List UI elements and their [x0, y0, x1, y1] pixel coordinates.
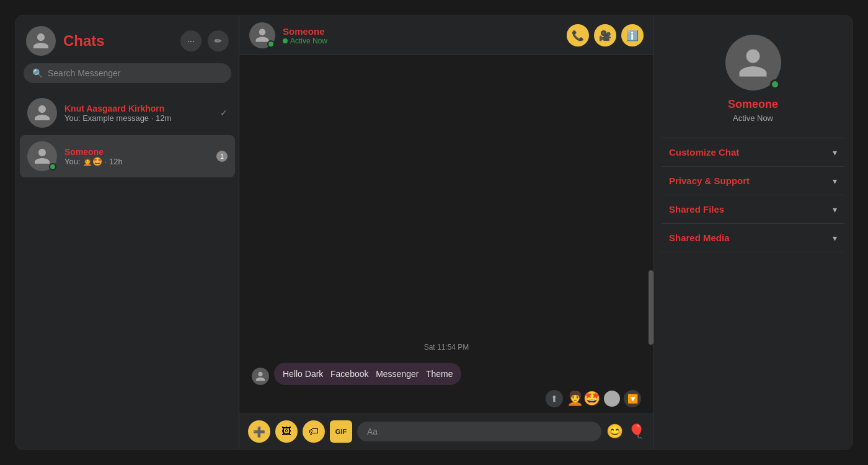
- right-panel-status: Active Now: [733, 113, 773, 123]
- search-icon: 🔍: [32, 68, 43, 78]
- chat-main: Someone Active Now 📞 🎥 ℹ️ Sat 11:54 PM: [239, 16, 653, 449]
- messages-area[interactable]: Sat 11:54 PM Hello Dark Facebook Messeng…: [239, 55, 653, 414]
- chat-header-avatar: [249, 22, 275, 48]
- search-input[interactable]: [48, 68, 223, 78]
- message-row-incoming: Hello Dark Facebook Messenger Theme: [252, 363, 641, 385]
- privacy-support-label: Privacy & Support: [669, 175, 750, 186]
- menu-item-shared-media[interactable]: Shared Media ▾: [662, 224, 844, 252]
- unread-badge-someone: 1: [216, 151, 228, 162]
- video-call-button[interactable]: 🎥: [594, 24, 616, 46]
- read-icon-knut: ✓: [220, 108, 228, 118]
- chat-preview-knut: You: Example message · 12m: [64, 113, 213, 123]
- reaction-button[interactable]: 🎈: [628, 423, 645, 440]
- message-input[interactable]: [357, 422, 601, 441]
- chat-header-info: Someone Active Now: [283, 26, 559, 45]
- chat-input-bar: ➕ 🖼 🏷 GIF 😊 🎈: [239, 414, 653, 449]
- chat-meta-knut: ✓: [220, 108, 228, 118]
- sidebar-header: Chats ··· ✏: [16, 16, 239, 63]
- message-status-avatar: [604, 391, 620, 407]
- more-options-button[interactable]: ···: [180, 30, 202, 51]
- message-bubble: Hello Dark Facebook Messenger Theme: [274, 363, 461, 385]
- right-panel-menu: Customize Chat ▾ Privacy & Support ▾ Sha…: [654, 138, 852, 252]
- scrollbar-thumb[interactable]: [649, 270, 653, 345]
- message-actions: ⬆ 🧑‍🦱🤩 🔽: [546, 390, 641, 407]
- chat-meta-someone: 1: [216, 151, 228, 162]
- expand-button[interactable]: 🔽: [624, 390, 641, 407]
- avatar-knut: [27, 98, 57, 128]
- emoji-picker-button[interactable]: 😊: [606, 423, 623, 440]
- chevron-customize-icon: ▾: [833, 148, 837, 157]
- chat-header-online-dot: [267, 40, 275, 48]
- message-sender-avatar: [252, 368, 269, 385]
- sticker-button[interactable]: 🏷: [303, 420, 325, 443]
- menu-item-privacy-support[interactable]: Privacy & Support ▾: [662, 167, 844, 195]
- emoji-message: 🧑‍🦱🤩: [567, 391, 600, 407]
- chat-item-knut[interactable]: Knut Aasgaard Kirkhorn You: Example mess…: [20, 92, 235, 134]
- active-dot: [283, 38, 288, 43]
- shared-files-label: Shared Files: [669, 204, 724, 215]
- chat-preview-someone: You: 🧑‍🦱🤩 · 12h: [64, 157, 209, 166]
- customize-chat-label: Customize Chat: [669, 147, 739, 157]
- right-panel: Someone Active Now Customize Chat ▾ Priv…: [653, 16, 852, 449]
- sidebar: Chats ··· ✏ 🔍 Knut Aasgaard Kirkhorn You…: [16, 16, 239, 449]
- photo-button[interactable]: 🖼: [275, 420, 298, 443]
- right-online-dot: [770, 79, 780, 89]
- menu-item-shared-files[interactable]: Shared Files ▾: [662, 195, 844, 224]
- message-text: Hello Dark Facebook Messenger Theme: [283, 369, 453, 379]
- chat-name-knut: Knut Aasgaard Kirkhorn: [64, 104, 213, 113]
- app-wrapper: Chats ··· ✏ 🔍 Knut Aasgaard Kirkhorn You…: [16, 16, 852, 450]
- shared-media-label: Shared Media: [669, 232, 730, 243]
- gif-button[interactable]: GIF: [330, 420, 352, 443]
- right-panel-avatar: [725, 35, 781, 91]
- online-dot-someone: [49, 163, 56, 170]
- info-button[interactable]: ℹ️: [621, 24, 644, 46]
- chat-name-someone: Someone: [64, 147, 209, 157]
- chevron-files-icon: ▾: [833, 205, 837, 215]
- sidebar-title: Chats: [63, 32, 173, 50]
- scrollbar-track[interactable]: [649, 55, 653, 414]
- chevron-privacy-icon: ▾: [833, 176, 837, 186]
- chat-item-someone[interactable]: Someone You: 🧑‍🦱🤩 · 12h 1: [20, 135, 235, 177]
- sidebar-avatar: [26, 26, 56, 56]
- add-content-button[interactable]: ➕: [248, 420, 270, 443]
- compose-button[interactable]: ✏: [208, 30, 229, 51]
- chat-info-knut: Knut Aasgaard Kirkhorn You: Example mess…: [64, 104, 213, 123]
- chat-header-name: Someone: [283, 26, 559, 37]
- avatar-someone: [27, 141, 57, 171]
- chat-info-someone: Someone You: 🧑‍🦱🤩 · 12h: [64, 147, 209, 166]
- phone-call-button[interactable]: 📞: [567, 24, 589, 46]
- chevron-media-icon: ▾: [833, 233, 837, 243]
- share-button[interactable]: ⬆: [546, 390, 563, 407]
- header-actions: 📞 🎥 ℹ️: [567, 24, 644, 46]
- message-row-own: ⬆ 🧑‍🦱🤩 🔽: [252, 390, 641, 407]
- search-bar: 🔍: [24, 63, 231, 83]
- chat-header-status: Active Now: [283, 37, 559, 45]
- chat-list: Knut Aasgaard Kirkhorn You: Example mess…: [16, 91, 239, 449]
- menu-item-customize-chat[interactable]: Customize Chat ▾: [662, 138, 844, 167]
- timestamp-divider: Sat 11:54 PM: [252, 343, 641, 352]
- right-panel-name: Someone: [728, 98, 778, 111]
- sidebar-header-icons: ··· ✏: [180, 30, 229, 51]
- chat-header: Someone Active Now 📞 🎥 ℹ️: [239, 16, 653, 55]
